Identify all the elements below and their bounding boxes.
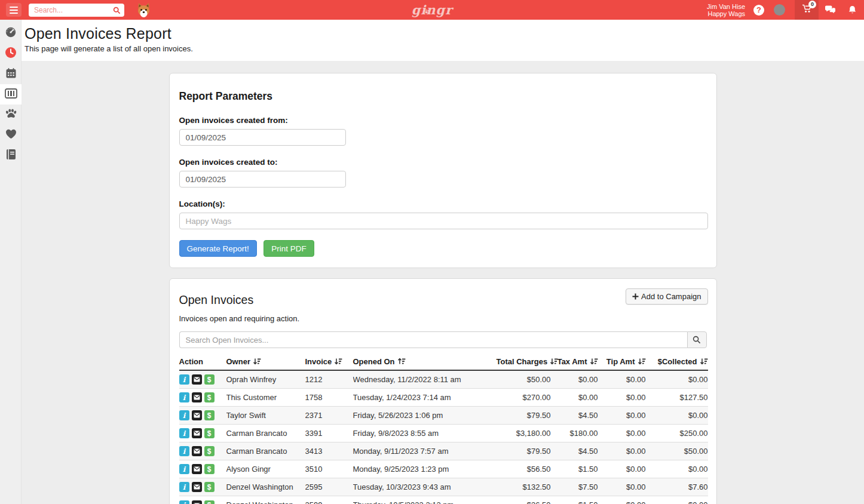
invoice-info-button[interactable]: i	[179, 500, 189, 504]
column-header-owner[interactable]: Owner	[226, 355, 305, 370]
sidebar-item-timeclock[interactable]	[0, 44, 22, 64]
sidebar-item-dashboard[interactable]	[0, 23, 22, 44]
tax-amt-cell: $1.50	[551, 496, 598, 504]
invoice-row: i$Alyson Gingr3510Monday, 9/25/2023 1:23…	[179, 460, 708, 478]
column-label: Total Charges	[497, 357, 548, 366]
tip-amt-cell: $0.00	[598, 496, 646, 504]
sidebar-item-calendar[interactable]	[0, 64, 22, 84]
invoice-search	[179, 331, 707, 348]
owner-cell: Taylor Swift	[226, 407, 305, 425]
gingr-logo[interactable]: gingr	[412, 1, 453, 19]
invoice-payment-button[interactable]: $	[204, 410, 215, 420]
invoice-info-button[interactable]: i	[179, 374, 189, 385]
invoice-payment-button[interactable]: $	[204, 500, 215, 504]
invoice-email-button[interactable]	[192, 464, 202, 474]
action-cell: i$	[179, 442, 226, 460]
sort-up-icon	[397, 358, 406, 365]
user-menu[interactable]: Jim Van Hise Happy Wags	[707, 3, 745, 17]
collected-cell: $127.50	[646, 389, 708, 407]
action-cell: i$	[179, 460, 226, 478]
total-charges-cell: $50.00	[497, 370, 551, 389]
sidebar-item-memberships[interactable]	[0, 125, 22, 145]
envelope-icon	[194, 395, 200, 400]
sidebar-item-reports[interactable]	[0, 145, 22, 165]
opened-on-cell: Monday, 9/11/2023 7:57 am	[353, 442, 497, 460]
messages-icon[interactable]	[825, 5, 836, 14]
tax-amt-cell: $7.50	[551, 478, 598, 496]
sidebar-item-pets[interactable]	[0, 105, 22, 125]
invoice-info-button[interactable]: i	[179, 482, 189, 492]
invoice-payment-button[interactable]: $	[204, 446, 215, 456]
invoice-payment-button[interactable]: $	[204, 392, 215, 402]
sidebar-item-kennel[interactable]	[0, 84, 22, 105]
owner-cell: Denzel Washington	[226, 478, 305, 496]
top-navigation-bar: gingr Jim Van Hise Happy Wags ? 0	[0, 0, 864, 20]
invoice-info-button[interactable]: i	[179, 392, 189, 402]
invoice-info-button[interactable]: i	[179, 446, 189, 456]
column-label: Invoice	[305, 357, 332, 366]
invoice-search-button[interactable]	[687, 331, 707, 348]
invoice-info-button[interactable]: i	[179, 428, 189, 438]
sort-down-icon	[590, 358, 598, 365]
to-date-input[interactable]	[179, 171, 346, 188]
paw-icon	[5, 108, 17, 122]
invoice-cell: 3413	[305, 442, 353, 460]
invoice-search-input[interactable]	[179, 331, 687, 348]
column-header-invoice[interactable]: Invoice	[305, 355, 353, 370]
total-charges-cell: $3,180.00	[497, 425, 551, 442]
invoice-email-button[interactable]	[192, 446, 202, 456]
column-header-opened_on[interactable]: Opened On	[353, 355, 497, 370]
report-actions: Generate Report! Print PDF	[179, 240, 707, 257]
invoice-email-button[interactable]	[192, 500, 202, 504]
global-search-input[interactable]	[29, 4, 124, 17]
column-header-tip_amt[interactable]: Tip Amt	[598, 355, 646, 370]
from-date-input[interactable]	[179, 129, 346, 146]
locations-input[interactable]	[179, 213, 708, 229]
invoice-info-button[interactable]: i	[179, 464, 189, 474]
column-label: Owner	[226, 357, 250, 366]
collected-cell: $50.00	[646, 442, 708, 460]
open-invoices-subtitle: Invoices open and requiring action.	[179, 314, 707, 323]
action-cell: i$	[179, 496, 226, 504]
invoice-row: i$Carman Brancato3413Monday, 9/11/2023 7…	[179, 442, 708, 460]
invoice-payment-button[interactable]: $	[204, 482, 215, 492]
collected-cell: $0.00	[646, 370, 708, 389]
topbar-right-group: Jim Van Hise Happy Wags ? 0	[707, 0, 859, 20]
opened-on-cell: Wednesday, 11/2/2022 8:11 am	[353, 370, 497, 389]
generate-report-button[interactable]: Generate Report!	[179, 240, 257, 257]
opened-on-cell: Tuesday, 10/3/2023 9:43 am	[353, 478, 497, 496]
invoice-payment-button[interactable]: $	[204, 374, 215, 385]
invoice-email-button[interactable]	[192, 410, 202, 420]
column-header-tax_amt[interactable]: Tax Amt	[551, 355, 598, 370]
avatar[interactable]	[774, 4, 785, 16]
invoice-cell: 3391	[305, 425, 353, 442]
column-header-collected[interactable]: $Collected	[646, 355, 708, 370]
help-icon[interactable]: ?	[753, 5, 764, 16]
total-charges-cell: $270.00	[497, 389, 551, 407]
cart-button[interactable]: 0	[795, 0, 819, 20]
invoice-info-button[interactable]: i	[179, 410, 189, 420]
notifications-bell-icon[interactable]	[848, 5, 857, 15]
collected-cell: $0.00	[646, 460, 708, 478]
hamburger-menu-button[interactable]	[6, 3, 22, 17]
invoice-email-button[interactable]	[192, 428, 202, 438]
invoice-payment-button[interactable]: $	[204, 464, 215, 474]
add-to-campaign-button[interactable]: Add to Campaign	[626, 288, 707, 305]
tax-amt-cell: $4.50	[551, 407, 598, 425]
invoice-email-button[interactable]	[192, 482, 202, 492]
column-header-total_charges[interactable]: Total Charges	[497, 355, 551, 370]
action-cell: i$	[179, 425, 226, 442]
invoice-email-button[interactable]	[192, 374, 202, 385]
invoice-email-button[interactable]	[192, 392, 202, 402]
envelope-icon	[194, 431, 200, 436]
column-label: Action	[179, 357, 203, 366]
search-icon	[113, 6, 121, 17]
print-pdf-button[interactable]: Print PDF	[264, 240, 314, 257]
invoice-payment-button[interactable]: $	[204, 428, 215, 438]
global-search	[29, 4, 124, 17]
sort-down-icon	[253, 358, 261, 365]
column-label: $Collected	[658, 357, 697, 366]
sort-down-icon	[334, 358, 342, 365]
invoice-row: i$Oprah Winfrey1212Wednesday, 11/2/2022 …	[179, 370, 708, 389]
invoice-cell: 2595	[305, 478, 353, 496]
